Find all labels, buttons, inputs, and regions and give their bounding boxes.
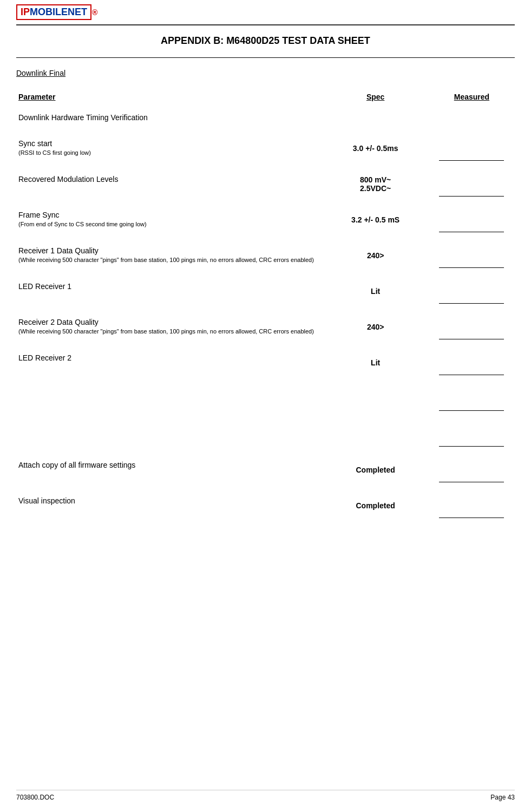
spec-cell-blank1 [322, 384, 429, 411]
spec-cell-sync-start: 3.0 +/- 0.5ms [322, 134, 429, 161]
logo: IP MOBILE NET ® [16, 4, 97, 20]
spec-cell-led-receiver1: Lit [322, 277, 429, 304]
param-main-led-receiver2: LED Receiver 2 [18, 353, 71, 362]
spec-cell-visual: Completed [322, 491, 429, 518]
table-row: Attach copy of all firmware settingsComp… [16, 455, 515, 482]
param-main-receiver2-dq: Receiver 2 Data Quality [18, 318, 99, 326]
table-row: Visual inspectionCompleted [16, 491, 515, 518]
param-cell-receiver2-dq: Receiver 2 Data Quality(While receiving … [16, 312, 322, 339]
param-sub-frame-sync: (From end of Sync to CS second time goin… [18, 221, 147, 227]
spacer-row [16, 268, 515, 277]
measured-cell-visual [429, 491, 515, 518]
param-main-frame-sync: Frame Sync [18, 211, 59, 219]
logo-mobile: MOBILE [30, 6, 68, 18]
param-cell-frame-sync: Frame Sync(From end of Sync to CS second… [16, 205, 322, 232]
spacer-row [16, 304, 515, 312]
measured-cell-receiver1-dq [429, 241, 515, 268]
logo-net: NET [68, 6, 87, 18]
spacer-row [16, 197, 515, 205]
spec-cell-led-receiver2: Lit [322, 348, 429, 375]
spacer-row [16, 161, 515, 169]
col-header-parameter: Parameter [16, 88, 322, 108]
measured-line-blank1 [439, 400, 504, 411]
table-row: Frame Sync(From end of Sync to CS second… [16, 205, 515, 232]
spec-cell-receiver2-dq: 240> [322, 312, 429, 339]
param-cell-recovered-mod: Recovered Modulation Levels [16, 169, 322, 197]
param-main-firmware: Attach copy of all firmware settings [18, 461, 135, 469]
param-cell-receiver1-dq: Receiver 1 Data Quality(While receiving … [16, 241, 322, 268]
measured-line-firmware [439, 472, 504, 482]
measured-cell-led-receiver1 [429, 277, 515, 304]
footer-right: Page 43 [490, 794, 515, 801]
spacer-row [16, 375, 515, 384]
measured-line-recovered-mod [439, 186, 504, 197]
measured-line-sync-start [439, 150, 504, 161]
table-row: LED Receiver 2Lit [16, 348, 515, 375]
col-header-spec: Spec [322, 88, 429, 108]
measured-cell-sync-start [429, 134, 515, 161]
spec-cell-receiver1-dq: 240> [322, 241, 429, 268]
table-row: LED Receiver 1Lit [16, 277, 515, 304]
param-main-visual: Visual inspection [18, 496, 75, 505]
param-cell-hw-timing: Downlink Hardware Timing Verification [16, 108, 322, 125]
measured-line-receiver2-dq [439, 329, 504, 339]
measured-cell-firmware [429, 455, 515, 482]
measured-cell-recovered-mod [429, 169, 515, 197]
spacer-row [16, 339, 515, 348]
param-sub-sync-start: (RSSI to CS first going low) [18, 149, 91, 156]
spacer-row [16, 411, 515, 420]
spec-cell-recovered-mod: 800 mV~2.5VDC~ [322, 169, 429, 197]
measured-cell-receiver2-dq [429, 312, 515, 339]
param-cell-visual: Visual inspection [16, 491, 322, 518]
table-row: Recovered Modulation Levels800 mV~2.5VDC… [16, 169, 515, 197]
param-main-recovered-mod: Recovered Modulation Levels [18, 175, 118, 184]
table-row [16, 384, 515, 411]
param-main-led-receiver1: LED Receiver 1 [18, 282, 71, 291]
page-title: APPENDIX B: M64800D25 TEST DATA SHEET [16, 25, 515, 58]
table-row: Receiver 2 Data Quality(While receiving … [16, 312, 515, 339]
param-sub-receiver2-dq: (While receiving 500 character "pings" f… [18, 328, 314, 335]
logo-ip: IP [21, 6, 30, 18]
param-main-hw-timing: Downlink Hardware Timing Verification [18, 113, 148, 122]
table-header-row: Parameter Spec Measured [16, 88, 515, 108]
measured-line-led-receiver1 [439, 293, 504, 304]
param-main-sync-start: Sync start [18, 139, 52, 148]
param-sub-receiver1-dq: (While receiving 500 character "pings" f… [18, 257, 314, 263]
param-cell-led-receiver1: LED Receiver 1 [16, 277, 322, 304]
header: IP MOBILE NET ® [16, 0, 515, 25]
measured-cell-led-receiver2 [429, 348, 515, 375]
table-row: Sync start(RSSI to CS first going low)3.… [16, 134, 515, 161]
measured-cell-hw-timing [429, 108, 515, 125]
spacer-row [16, 482, 515, 491]
measured-cell-blank1 [429, 384, 515, 411]
spec-cell-frame-sync: 3.2 +/- 0.5 mS [322, 205, 429, 232]
param-cell-firmware: Attach copy of all firmware settings [16, 455, 322, 482]
measured-line-receiver1-dq [439, 257, 504, 268]
page-container: IP MOBILE NET ® APPENDIX B: M64800D25 TE… [0, 0, 531, 812]
spacer-row [16, 125, 515, 134]
spec-cell-firmware: Completed [322, 455, 429, 482]
col-header-measured: Measured [429, 88, 515, 108]
measured-line-led-receiver2 [439, 364, 504, 375]
table-row: Receiver 1 Data Quality(While receiving … [16, 241, 515, 268]
logo-reg: ® [92, 8, 97, 17]
footer-left: 703800.DOC [16, 794, 54, 801]
param-cell-blank2 [16, 420, 322, 447]
logo-box: IP MOBILE NET [16, 4, 91, 20]
spacer-row [16, 232, 515, 241]
measured-line-frame-sync [439, 221, 504, 232]
table-row [16, 420, 515, 447]
measured-line-blank2 [439, 436, 504, 447]
measured-cell-frame-sync [429, 205, 515, 232]
section-heading: Downlink Final [16, 58, 515, 83]
footer: 703800.DOC Page 43 [16, 790, 515, 801]
spec-cell-blank2 [322, 420, 429, 447]
measured-line-visual [439, 507, 504, 518]
spacer-row [16, 447, 515, 455]
table-row: Downlink Hardware Timing Verification [16, 108, 515, 125]
param-cell-led-receiver2: LED Receiver 2 [16, 348, 322, 375]
main-table: Parameter Spec Measured Downlink Hardwar… [16, 88, 515, 527]
measured-cell-blank2 [429, 420, 515, 447]
spec-cell-hw-timing [322, 108, 429, 125]
spacer-row [16, 518, 515, 527]
